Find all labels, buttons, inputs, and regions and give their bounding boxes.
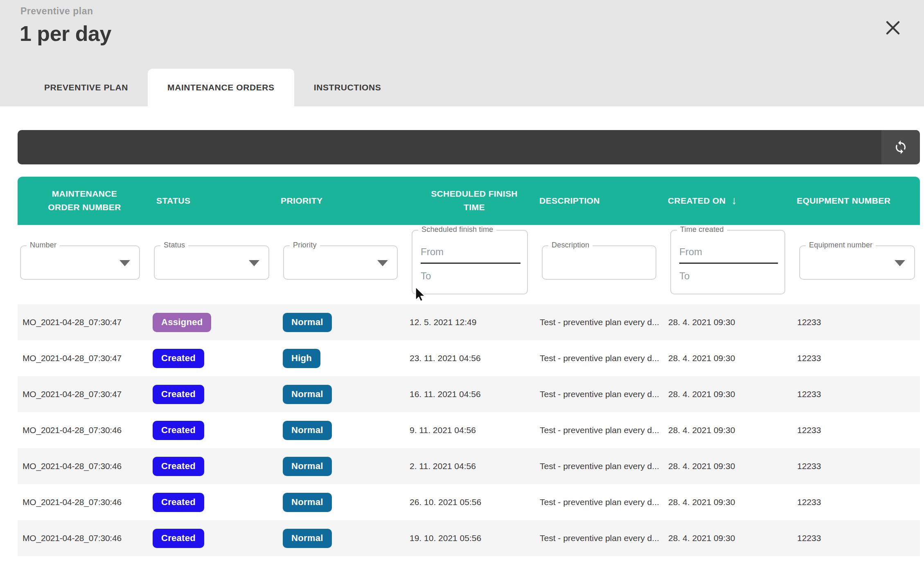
table-row[interactable]: MO_2021-04-28_07:30:47CreatedHigh23. 11.… [18,340,920,376]
equipment-cell: 12233 [797,317,920,327]
description-cell: Test - preventive plan every d... [539,461,668,471]
column-header-label: DESCRIPTION [539,194,600,208]
number-cell: MO_2021-04-28_07:30:47 [18,389,151,399]
status-filter-select[interactable]: Status [154,245,269,280]
scheduled-filter-range[interactable]: Scheduled finish timeFromTo [412,230,528,294]
number-cell: MO_2021-04-28_07:30:46 [18,533,151,543]
created-cell: 28. 4. 2021 09:30 [668,389,797,399]
priority-cell: Normal [281,457,409,476]
created-filter-to-input[interactable]: To [679,270,778,282]
equipment-cell: 12233 [797,533,920,543]
column-header-label: CREATED ON [668,194,726,208]
column-header-equipment[interactable]: EQUIPMENT NUMBER [797,194,920,208]
scheduled-cell: 2. 11. 2021 04:56 [409,461,539,471]
priority-badge: Normal [283,529,332,548]
column-header-scheduled[interactable]: SCHEDULED FINISH TIME [409,187,539,214]
scheduled-cell: 9. 11. 2021 04:56 [409,425,539,435]
close-icon [885,20,901,36]
priority-filter-select[interactable]: Priority [283,245,398,280]
status-badge: Created [153,349,204,368]
column-header-description[interactable]: DESCRIPTION [539,194,668,208]
scheduled-cell: 19. 10. 2021 05:56 [409,533,539,543]
filter-label: Scheduled finish time [418,225,496,234]
column-header-label: PRIORITY [281,194,322,208]
priority-cell: Normal [281,313,409,332]
dropdown-caret-icon [377,260,388,266]
tab-bar: PREVENTIVE PLAN MAINTENANCE ORDERS INSTR… [25,69,401,106]
status-cell: Created [151,529,281,548]
tab-maintenance-orders[interactable]: MAINTENANCE ORDERS [148,69,294,106]
status-badge: Created [153,421,204,440]
equipment-cell: 12233 [797,389,920,399]
priority-badge: Normal [283,313,332,332]
equipment-cell: 12233 [797,353,920,363]
filter-label: Priority [290,241,320,249]
filter-label: Number [27,241,60,249]
status-badge: Created [153,493,204,512]
table-row[interactable]: MO_2021-04-28_07:30:46CreatedNormal2. 11… [18,448,920,484]
table-row[interactable]: MO_2021-04-28_07:30:46CreatedNormal26. 1… [18,484,920,520]
column-header-status[interactable]: STATUS [151,194,281,208]
sort-desc-icon: ↓ [731,192,737,209]
dialog-header: Preventive plan 1 per day PREVENTIVE PLA… [0,0,924,106]
priority-badge: Normal [283,493,332,512]
status-cell: Created [151,493,281,512]
scheduled-filter-to-input[interactable]: To [421,270,521,282]
table-row[interactable]: MO_2021-04-28_07:30:46CreatedNormal19. 1… [18,520,920,556]
dropdown-caret-icon [895,260,905,266]
status-cell: Created [151,385,281,404]
description-cell: Test - preventive plan every d... [539,317,668,327]
refresh-icon [893,140,908,155]
column-header-label: STATUS [156,194,190,208]
column-header-label: MAINTENANCE ORDER NUMBER [46,187,124,214]
equipment-filter-select[interactable]: Equipment number [799,245,915,280]
close-button[interactable] [882,17,904,38]
tab-instructions[interactable]: INSTRUCTIONS [294,69,401,106]
column-header-label: SCHEDULED FINISH TIME [430,187,518,214]
refresh-button[interactable] [881,130,920,164]
created-cell: 28. 4. 2021 09:30 [668,461,797,471]
priority-cell: Normal [281,529,409,548]
created-cell: 28. 4. 2021 09:30 [668,533,797,543]
scheduled-cell: 26. 10. 2021 05:56 [409,497,539,507]
tab-preventive-plan[interactable]: PREVENTIVE PLAN [25,69,148,106]
filter-cell-status: Status [151,225,281,304]
created-cell: 28. 4. 2021 09:30 [668,353,797,363]
created-filter-from-input[interactable]: From [679,246,778,264]
priority-cell: High [281,349,409,368]
priority-badge: Normal [283,421,332,440]
filter-cell-created: Time createdFromTo [668,225,797,304]
priority-cell: Normal [281,493,409,512]
column-header-priority[interactable]: PRIORITY [281,194,409,208]
tab-content: MAINTENANCE ORDER NUMBERSTATUSPRIORITYSC… [0,106,924,566]
column-header-number[interactable]: MAINTENANCE ORDER NUMBER [18,187,151,214]
created-filter-range[interactable]: Time createdFromTo [670,230,785,294]
number-cell: MO_2021-04-28_07:30:46 [18,425,151,435]
table-header-row: MAINTENANCE ORDER NUMBERSTATUSPRIORITYSC… [18,177,920,225]
filter-cell-description: Description [539,225,668,304]
priority-badge: Normal [283,385,332,404]
filter-cell-number: Number [18,225,151,304]
description-filter-input[interactable]: Description [542,245,656,280]
filter-label: Time created [677,225,727,234]
number-filter-select[interactable]: Number [20,245,140,280]
priority-badge: High [283,349,320,368]
table-row[interactable]: MO_2021-04-28_07:30:47CreatedNormal16. 1… [18,376,920,412]
status-badge: Created [153,385,204,404]
equipment-cell: 12233 [797,425,920,435]
preventive-plan-dialog: Preventive plan 1 per day PREVENTIVE PLA… [0,0,924,566]
number-cell: MO_2021-04-28_07:30:46 [18,461,151,471]
table-row[interactable]: MO_2021-04-28_07:30:46CreatedNormal9. 11… [18,412,920,448]
dropdown-caret-icon [119,260,130,266]
description-cell: Test - preventive plan every d... [539,533,668,543]
filter-row: NumberStatusPriorityScheduled finish tim… [18,225,920,304]
scheduled-cell: 12. 5. 2021 12:49 [409,317,539,327]
scheduled-cell: 23. 11. 2021 04:56 [409,353,539,363]
column-header-created[interactable]: CREATED ON↓ [668,192,797,209]
scheduled-filter-from-input[interactable]: From [421,246,521,264]
filter-cell-equipment: Equipment number [797,225,920,304]
filter-cell-scheduled: Scheduled finish timeFromTo [409,225,539,304]
page-title: 1 per day [20,21,111,46]
table-row[interactable]: MO_2021-04-28_07:30:47AssignedNormal12. … [18,304,920,340]
table-toolbar [18,130,920,164]
